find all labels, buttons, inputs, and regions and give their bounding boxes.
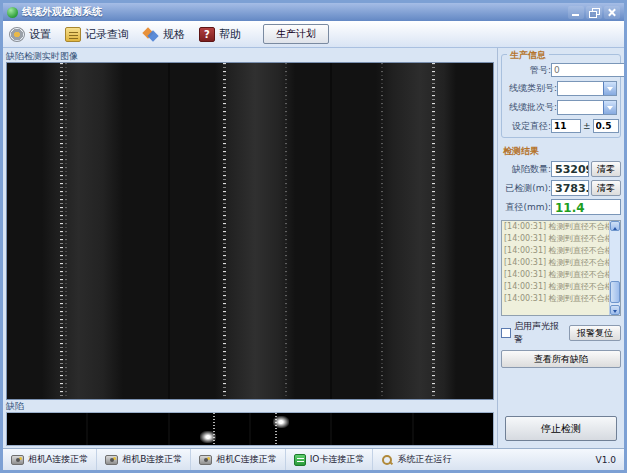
status-text: 相机A连接正常 [28, 453, 88, 466]
wire-edge-highlight [285, 63, 287, 399]
defect-thumbnail[interactable] [7, 413, 86, 445]
defect-thumbnail[interactable] [170, 413, 249, 445]
scroll-down-icon[interactable] [610, 305, 620, 315]
tube-number-label: 管号: [505, 64, 551, 77]
clear-defect-count-button[interactable]: 清零 [591, 161, 621, 177]
wire-image [215, 63, 295, 399]
toolbar-item-help[interactable]: 帮助 [199, 27, 241, 42]
help-icon [199, 27, 215, 42]
results-title: 检测结果 [503, 145, 621, 158]
control-panel: 生产信息 管号: 线缆类别号: 线缆批次号: [497, 48, 624, 448]
status-io-card: IO卡连接正常 [286, 449, 374, 470]
status-camera-c: 相机C连接正常 [191, 449, 285, 470]
measured-length-value: 3783.3 [551, 180, 589, 196]
title-bar: 线缆外观检测系统 [3, 3, 624, 21]
defect-blob [200, 431, 216, 443]
version-label: V1.0 [588, 455, 624, 465]
restore-button[interactable] [586, 6, 602, 19]
log-scrollbar[interactable] [609, 221, 620, 315]
toolbar-item-settings[interactable]: 设置 [9, 27, 51, 42]
production-info-title: 生产信息 [507, 49, 549, 62]
camera-b-view [170, 63, 331, 399]
log-entry[interactable]: [14:00:31] 检测到直径不合格 [502, 257, 609, 269]
diameter-label: 直径(mm): [501, 201, 551, 214]
close-button[interactable] [604, 6, 620, 19]
toolbar-item-label: 记录查询 [85, 27, 129, 42]
set-diameter-label: 设定直径: [505, 120, 551, 133]
live-image-label: 缺陷检测实时图像 [6, 50, 494, 62]
camera-icon [11, 455, 24, 465]
status-text: 相机C连接正常 [216, 453, 276, 466]
log-entry[interactable]: [14:00:31] 检测到直径不合格 [502, 293, 609, 305]
wire-image [42, 63, 122, 399]
toolbar-item-records[interactable]: 记录查询 [65, 27, 129, 42]
stop-detection-button[interactable]: 停止检测 [505, 416, 617, 441]
diameter-value: 11.4 [551, 199, 621, 215]
wire-edge-highlight [381, 63, 383, 399]
live-camera-area [6, 62, 494, 400]
camera-a-view [7, 63, 168, 399]
wire-edge-highlight [65, 63, 67, 399]
minimize-button[interactable] [568, 6, 584, 19]
defect-thumbnail[interactable] [332, 413, 411, 445]
clear-measured-length-button[interactable]: 清零 [591, 180, 621, 196]
search-icon [381, 454, 393, 466]
defect-thumbnail[interactable] [414, 413, 493, 445]
camera-icon [105, 455, 118, 465]
measured-length-label: 已检测(m): [501, 182, 551, 195]
io-card-icon [294, 454, 306, 466]
set-diameter-input[interactable] [551, 119, 581, 133]
log-entry[interactable]: [14:00:31] 检测到直径不合格 [502, 281, 609, 293]
plus-minus-sign: ± [581, 121, 593, 131]
cable-type-combobox[interactable] [557, 81, 617, 96]
status-text: 相机B连接正常 [122, 453, 182, 466]
cable-type-label: 线缆类别号: [505, 82, 557, 95]
spec-icon [143, 27, 159, 42]
records-icon [65, 27, 81, 42]
camera-icon [199, 455, 212, 465]
view-all-defects-button[interactable]: 查看所有缺陷 [501, 350, 621, 368]
toolbar-item-label: 设置 [29, 27, 51, 42]
defect-thumbnail[interactable] [251, 413, 330, 445]
sound-light-alarm-label: 启用声光报警 [514, 320, 566, 346]
status-text: 系统正在运行 [397, 453, 451, 466]
main-area: 缺陷检测实时图像 缺陷 [3, 48, 624, 448]
defect-strip-label: 缺陷 [6, 400, 494, 412]
defect-count-label: 缺陷数量: [501, 163, 551, 176]
status-camera-a: 相机A连接正常 [3, 449, 97, 470]
settings-icon [9, 27, 25, 42]
tube-number-input[interactable] [551, 63, 627, 77]
chevron-down-icon[interactable] [603, 101, 616, 114]
toolbar: 设置 记录查询 规格 帮助 生产计划 [3, 21, 624, 48]
scrollbar-thumb[interactable] [610, 281, 620, 303]
sound-light-alarm-checkbox[interactable] [501, 328, 511, 338]
log-entry[interactable]: [14:00:31] 检测到直径不合格 [502, 245, 609, 257]
status-system-running: 系统正在运行 [373, 449, 587, 470]
scroll-up-icon[interactable] [610, 221, 620, 231]
camera-view-panel: 缺陷检测实时图像 缺陷 [3, 48, 497, 448]
cable-batch-label: 线缆批次号: [505, 101, 557, 114]
defect-thumbnail-strip [6, 412, 494, 446]
tolerance-input[interactable] [593, 119, 619, 133]
camera-c-view [332, 63, 493, 399]
log-entry[interactable]: [14:00:31] 检测到直径不合格 [502, 221, 609, 233]
alarm-log-list[interactable]: [14:00:31] 检测到直径不合格 [14:00:31] 检测到直径不合格 … [501, 220, 621, 316]
log-entry[interactable]: [14:00:31] 检测到直径不合格 [502, 233, 609, 245]
wire-image [376, 63, 456, 399]
status-text: IO卡连接正常 [310, 453, 365, 466]
cable-batch-combobox[interactable] [557, 100, 617, 115]
toolbar-item-spec[interactable]: 规格 [143, 27, 185, 42]
defect-blob [273, 416, 289, 428]
window-title: 线缆外观检测系统 [22, 5, 566, 19]
defect-count-value: 53209 [551, 161, 589, 177]
alarm-reset-button[interactable]: 报警复位 [569, 325, 621, 341]
production-info-group: 生产信息 管号: 线缆类别号: 线缆批次号: [501, 54, 621, 138]
log-entry[interactable]: [14:00:31] 检测到直径不合格 [502, 269, 609, 281]
chevron-down-icon[interactable] [603, 82, 616, 95]
production-plan-button[interactable]: 生产计划 [263, 24, 329, 44]
toolbar-item-label: 规格 [163, 27, 185, 42]
status-camera-b: 相机B连接正常 [97, 449, 191, 470]
wire-edge-highlight [432, 63, 435, 399]
defect-thumbnail[interactable] [88, 413, 167, 445]
wire-edge-highlight [223, 63, 226, 399]
